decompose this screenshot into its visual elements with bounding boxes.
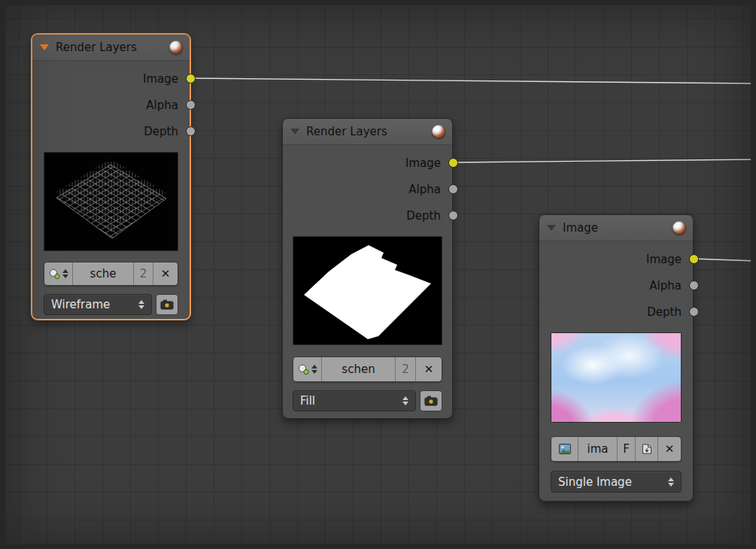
image-name-field[interactable]: ima xyxy=(578,437,618,461)
node-render-layers-2[interactable]: Render Layers Image Alpha Depth xyxy=(282,118,453,419)
alpha-output-socket[interactable] xyxy=(448,184,458,194)
output-sockets: Image Alpha Depth xyxy=(32,61,190,144)
scene-id-selector: schen 2 ✕ xyxy=(293,356,442,382)
socket-label-alpha: Alpha xyxy=(649,279,682,293)
render-layer-row: Wireframe xyxy=(44,294,178,315)
output-row-alpha: Alpha xyxy=(283,176,452,202)
wireframe-render-preview xyxy=(44,152,178,251)
node-title: Image xyxy=(563,221,598,235)
rerender-camera-button[interactable] xyxy=(156,294,178,315)
socket-label-image: Image xyxy=(405,156,441,170)
browse-scene-button[interactable] xyxy=(293,357,322,381)
wire-image-node-image xyxy=(694,259,756,261)
fake-user-button[interactable]: F xyxy=(618,437,636,461)
alpha-output-socket[interactable] xyxy=(689,281,699,290)
render-layer-value: Fill xyxy=(300,394,398,408)
socket-label-depth: Depth xyxy=(144,125,178,138)
output-row-depth: Depth xyxy=(539,299,693,325)
node-title: Render Layers xyxy=(56,41,137,54)
output-row-alpha: Alpha xyxy=(32,92,190,118)
image-source-row: Single Image xyxy=(551,471,682,493)
render-layer-row: Fill xyxy=(293,390,442,411)
wire-render-layers-1-image xyxy=(190,78,756,83)
output-row-image: Image xyxy=(283,150,452,176)
material-ball-icon xyxy=(432,125,445,138)
image-id-selector: ima F ✕ xyxy=(551,436,682,462)
pack-icon xyxy=(642,444,652,454)
select-arrows-icon xyxy=(668,478,674,487)
image-output-socket[interactable] xyxy=(448,158,458,168)
image-preview xyxy=(551,332,682,423)
depth-output-socket[interactable] xyxy=(689,307,699,317)
browse-arrows-icon xyxy=(62,269,68,278)
socket-label-image: Image xyxy=(143,72,178,86)
scene-name-field[interactable]: schen xyxy=(322,357,396,381)
output-row-image: Image xyxy=(539,246,693,272)
alpha-output-socket[interactable] xyxy=(186,100,196,110)
node-title: Render Layers xyxy=(306,125,387,138)
output-row-alpha: Alpha xyxy=(539,272,693,299)
output-row-depth: Depth xyxy=(283,202,452,229)
depth-output-socket[interactable] xyxy=(186,126,196,136)
material-ball-icon xyxy=(673,221,686,235)
unlink-scene-button[interactable]: ✕ xyxy=(153,262,178,285)
camera-icon xyxy=(424,396,438,406)
render-layer-select[interactable]: Wireframe xyxy=(44,294,152,315)
fill-render-preview xyxy=(293,236,442,345)
socket-label-depth: Depth xyxy=(406,209,441,223)
pack-image-button[interactable] xyxy=(636,437,658,461)
socket-label-alpha: Alpha xyxy=(146,99,178,112)
browse-arrows-icon xyxy=(311,365,317,374)
scene-user-count[interactable]: 2 xyxy=(134,262,153,285)
material-ball-icon xyxy=(169,41,183,54)
output-sockets: Image Alpha Depth xyxy=(283,145,452,229)
output-row-depth: Depth xyxy=(32,118,190,144)
socket-label-image: Image xyxy=(646,253,682,266)
depth-output-socket[interactable] xyxy=(448,211,458,220)
render-layer-select[interactable]: Fill xyxy=(293,390,416,411)
node-editor-canvas[interactable]: Render Layers Image Alpha Depth xyxy=(0,0,756,549)
select-arrows-icon xyxy=(402,396,408,405)
node-header[interactable]: Render Layers xyxy=(32,35,190,61)
browse-image-button[interactable] xyxy=(551,437,578,461)
collapse-triangle-icon[interactable] xyxy=(40,44,49,50)
browse-scene-icon xyxy=(298,364,309,375)
scene-user-count[interactable]: 2 xyxy=(396,357,416,381)
camera-icon xyxy=(160,299,174,310)
node-header[interactable]: Render Layers xyxy=(283,119,452,145)
node-render-layers-1[interactable]: Render Layers Image Alpha Depth xyxy=(32,34,190,320)
render-layer-value: Wireframe xyxy=(51,298,134,311)
rerender-camera-button[interactable] xyxy=(420,390,442,411)
unlink-scene-button[interactable]: ✕ xyxy=(416,357,442,381)
select-arrows-icon xyxy=(138,300,144,309)
scene-name-field[interactable]: sche xyxy=(73,262,134,285)
image-output-socket[interactable] xyxy=(689,254,699,264)
collapse-triangle-icon[interactable] xyxy=(290,129,299,135)
wire-render-layers-2-image xyxy=(453,159,756,162)
unlink-image-button[interactable]: ✕ xyxy=(658,437,681,461)
image-output-socket[interactable] xyxy=(186,74,196,83)
image-source-value: Single Image xyxy=(558,475,663,489)
output-sockets: Image Alpha Depth xyxy=(539,241,693,325)
socket-label-depth: Depth xyxy=(647,305,682,319)
collapse-triangle-icon[interactable] xyxy=(547,225,556,231)
image-source-select[interactable]: Single Image xyxy=(551,471,682,493)
socket-label-alpha: Alpha xyxy=(408,183,441,196)
node-image[interactable]: Image Image Alpha Depth xyxy=(539,214,694,502)
output-row-image: Image xyxy=(32,65,190,92)
browse-scene-button[interactable] xyxy=(44,262,73,285)
scene-id-selector: sche 2 ✕ xyxy=(44,262,178,286)
browse-scene-icon xyxy=(49,268,60,280)
node-header[interactable]: Image xyxy=(539,215,693,241)
image-icon xyxy=(559,444,571,454)
